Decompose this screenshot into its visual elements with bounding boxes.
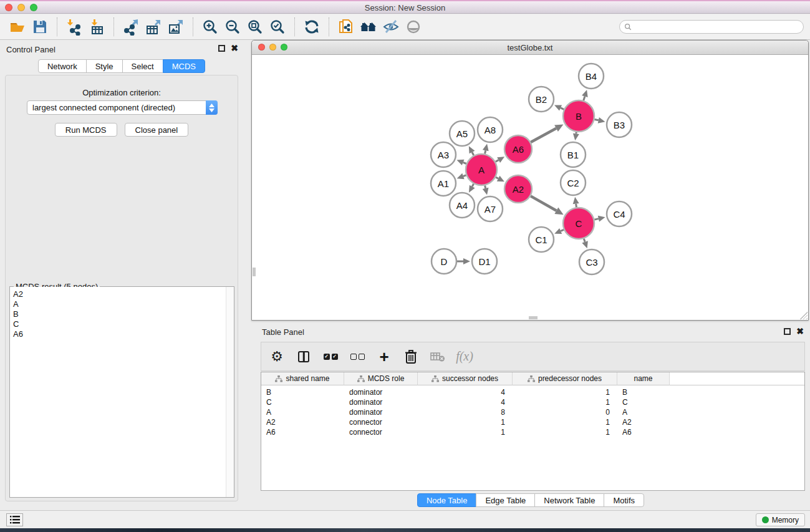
edge-D-D1[interactable] bbox=[457, 258, 470, 264]
node-A1[interactable]: A1 bbox=[431, 171, 456, 196]
run-mcds-button[interactable]: Run MCDS bbox=[55, 123, 117, 137]
table-row-c[interactable]: Cdominator41C bbox=[261, 397, 804, 407]
node-A2[interactable]: A2 bbox=[504, 175, 532, 203]
close-panel-icon[interactable]: ✖ bbox=[231, 45, 238, 52]
edge-A-A1[interactable] bbox=[457, 173, 466, 179]
result-item-a2[interactable]: A2 bbox=[10, 289, 234, 299]
table-float-panel-icon[interactable] bbox=[784, 328, 791, 335]
table-row-a[interactable]: Adominator80A bbox=[261, 407, 804, 417]
edge-A-A5[interactable] bbox=[469, 146, 475, 155]
apply-layout-button[interactable] bbox=[301, 17, 323, 37]
mcds-result-list[interactable]: A2ABCA6 bbox=[10, 287, 234, 497]
edge-C-C2[interactable] bbox=[573, 197, 579, 207]
column-header-predecessor-nodes[interactable]: predecessor nodes bbox=[513, 372, 617, 385]
edge-A6-B[interactable] bbox=[531, 124, 563, 142]
node-A3[interactable]: A3 bbox=[431, 142, 456, 167]
edge-A-A3[interactable] bbox=[456, 160, 466, 165]
column-header-successor-nodes[interactable]: successor nodes bbox=[418, 372, 513, 385]
edge-A2-C[interactable] bbox=[531, 196, 564, 215]
export-image-button[interactable] bbox=[165, 17, 187, 37]
node-C2[interactable]: C2 bbox=[561, 170, 586, 195]
result-scrollbar[interactable] bbox=[226, 287, 234, 497]
node-A7[interactable]: A7 bbox=[478, 196, 503, 221]
import-network-button[interactable] bbox=[63, 17, 85, 37]
save-session-button[interactable] bbox=[29, 17, 51, 37]
node-B3[interactable]: B3 bbox=[607, 112, 632, 137]
node-A8[interactable]: A8 bbox=[478, 117, 503, 142]
column-header-name[interactable]: name bbox=[617, 372, 670, 385]
select-all-rows-button[interactable]: ✓✓ bbox=[322, 349, 339, 365]
zoom-out-button[interactable] bbox=[221, 17, 244, 37]
show-hide-button[interactable] bbox=[402, 17, 425, 37]
table-row-b[interactable]: Bdominator41B bbox=[261, 385, 804, 397]
edge-C-C1[interactable] bbox=[554, 228, 564, 234]
node-A[interactable]: A bbox=[466, 154, 497, 185]
canvas-vertical-scroll-hint[interactable] bbox=[253, 268, 256, 276]
result-item-a[interactable]: A bbox=[10, 299, 234, 309]
hide-show-graphics-button[interactable] bbox=[380, 17, 402, 37]
node-B4[interactable]: B4 bbox=[579, 64, 604, 89]
float-panel-icon[interactable] bbox=[218, 45, 225, 52]
edge-A-A4[interactable] bbox=[469, 184, 475, 193]
result-item-a6[interactable]: A6 bbox=[10, 329, 234, 339]
edge-A-A8[interactable] bbox=[483, 143, 489, 153]
node-A5[interactable]: A5 bbox=[450, 121, 475, 146]
edge-B-B3[interactable] bbox=[594, 117, 605, 123]
node-D[interactable]: D bbox=[432, 249, 456, 274]
edge-C-C3[interactable] bbox=[582, 239, 587, 249]
edge-B-B4[interactable] bbox=[582, 90, 588, 100]
table-tab-network-table[interactable]: Network Table bbox=[534, 493, 604, 507]
export-table-button[interactable] bbox=[142, 17, 165, 37]
zoom-fit-button[interactable] bbox=[244, 17, 266, 37]
edge-B-B2[interactable] bbox=[554, 105, 564, 110]
control-tab-select[interactable]: Select bbox=[122, 59, 163, 73]
node-C[interactable]: C bbox=[563, 208, 594, 239]
table-close-panel-icon[interactable]: ✖ bbox=[796, 328, 804, 335]
edge-B-B1[interactable] bbox=[573, 132, 579, 141]
node-B1[interactable]: B1 bbox=[561, 142, 586, 167]
zoom-in-button[interactable] bbox=[199, 17, 221, 37]
canvas-horizontal-scroll-hint[interactable] bbox=[529, 316, 538, 319]
table-tab-motifs[interactable]: Motifs bbox=[604, 493, 644, 507]
delete-column-button[interactable] bbox=[403, 349, 419, 365]
node-C4[interactable]: C4 bbox=[607, 201, 632, 226]
node-D1[interactable]: D1 bbox=[472, 249, 497, 274]
show-columns-button[interactable] bbox=[296, 349, 312, 365]
column-header-shared-name[interactable]: shared name bbox=[261, 372, 344, 385]
node-A6[interactable]: A6 bbox=[504, 135, 532, 163]
show-networks-list-button[interactable] bbox=[6, 513, 23, 526]
edge-A-A7[interactable] bbox=[483, 185, 489, 195]
open-session-button[interactable] bbox=[6, 17, 29, 37]
resize-grip[interactable] bbox=[800, 312, 808, 319]
edge-C-C4[interactable] bbox=[594, 216, 605, 222]
node-B2[interactable]: B2 bbox=[529, 87, 554, 112]
control-tab-mcds[interactable]: MCDS bbox=[163, 59, 205, 73]
search-input[interactable] bbox=[619, 20, 804, 34]
deselect-all-rows-button[interactable] bbox=[349, 349, 365, 365]
zoom-selected-button[interactable] bbox=[266, 17, 289, 37]
criterion-select[interactable]: largest connected component (directed) bbox=[27, 100, 218, 115]
table-tab-node-table[interactable]: Node Table bbox=[417, 493, 477, 507]
control-tab-network[interactable]: Network bbox=[38, 59, 87, 73]
column-header-MCDS-role[interactable]: MCDS role bbox=[344, 372, 418, 385]
result-item-b[interactable]: B bbox=[10, 309, 234, 319]
import-table-button[interactable] bbox=[85, 17, 108, 37]
memory-button[interactable]: Memory bbox=[756, 513, 805, 526]
show-all-networks-button[interactable] bbox=[357, 17, 380, 37]
create-column-button[interactable]: + bbox=[376, 349, 392, 365]
table-row-a2[interactable]: A2connector11A2 bbox=[261, 417, 804, 427]
node-C3[interactable]: C3 bbox=[579, 249, 604, 274]
table-tab-edge-table[interactable]: Edge Table bbox=[476, 493, 535, 507]
node-B[interactable]: B bbox=[563, 100, 594, 132]
network-window-titlebar[interactable]: testGlobe.txt bbox=[252, 41, 808, 55]
search-text-field[interactable] bbox=[634, 21, 803, 32]
close-panel-button[interactable]: Close panel bbox=[125, 123, 189, 137]
export-network-button[interactable] bbox=[120, 17, 142, 37]
node-A4[interactable]: A4 bbox=[450, 193, 475, 218]
result-item-c[interactable]: C bbox=[10, 319, 234, 329]
edge-A-A2[interactable] bbox=[496, 176, 504, 182]
table-row-a6[interactable]: A6connector11A6 bbox=[261, 427, 804, 437]
control-tab-style[interactable]: Style bbox=[86, 59, 123, 73]
table-options-button[interactable]: ⚙ bbox=[269, 349, 285, 365]
duplicate-network-button[interactable] bbox=[335, 17, 357, 37]
